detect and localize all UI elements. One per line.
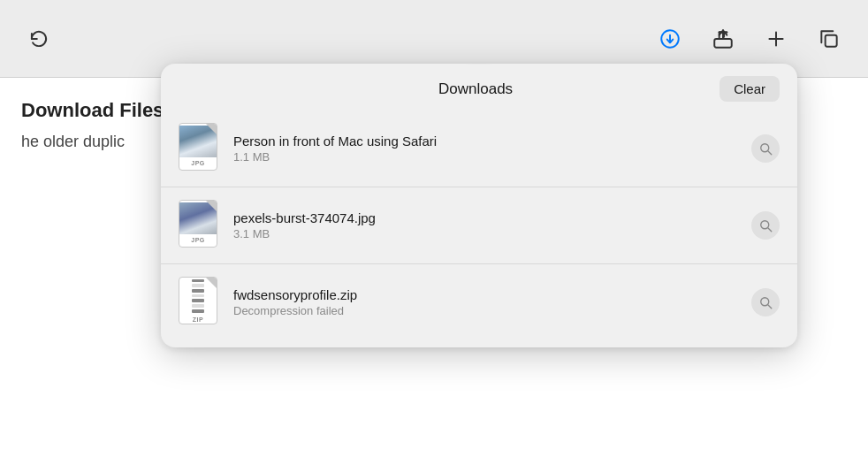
download-item: JPG pexels-burst-374074.jpg 3.1 MB: [161, 187, 797, 263]
svg-point-9: [761, 221, 769, 229]
popup-header: Downloads Clear: [161, 64, 797, 111]
svg-point-7: [761, 144, 769, 152]
svg-line-12: [768, 305, 772, 309]
file-icon-jpg-1: JPG: [179, 123, 221, 174]
file-meta-1: 1.1 MB: [233, 150, 739, 164]
file-info-1: Person in front of Mac using Safari 1.1 …: [233, 133, 739, 164]
refresh-button[interactable]: [21, 21, 57, 57]
svg-rect-6: [826, 34, 837, 46]
reveal-button-1[interactable]: [751, 134, 780, 163]
file-info-2: pexels-burst-374074.jpg 3.1 MB: [233, 210, 739, 240]
toolbar-right: [652, 21, 847, 57]
file-info-3: fwdsensoryprofile.zip Decompression fail…: [233, 287, 739, 317]
file-icon-zip: ZIP: [179, 277, 221, 328]
file-name-2: pexels-burst-374074.jpg: [233, 210, 739, 225]
svg-point-11: [761, 298, 769, 306]
downloads-list: JPG Person in front of Mac using Safari …: [161, 111, 797, 347]
file-name-3: fwdsensoryprofile.zip: [233, 287, 739, 302]
download-item: JPG Person in front of Mac using Safari …: [161, 111, 797, 187]
duplicate-tab-button[interactable]: [811, 21, 847, 57]
add-tab-button[interactable]: [758, 21, 794, 57]
file-meta-3: Decompression failed: [233, 304, 739, 317]
svg-line-10: [768, 228, 772, 232]
file-meta-2: 3.1 MB: [233, 227, 739, 240]
reveal-button-2[interactable]: [751, 211, 780, 240]
downloads-popup: Downloads Clear JPG Person in front of M…: [161, 64, 797, 347]
file-icon-jpg-2: JPG: [179, 200, 221, 251]
clear-button[interactable]: Clear: [720, 76, 780, 102]
popup-title: Downloads: [232, 80, 720, 98]
downloads-button[interactable]: [652, 21, 688, 57]
file-name-1: Person in front of Mac using Safari: [233, 133, 739, 149]
share-button[interactable]: [705, 21, 741, 57]
download-item: ZIP fwdsensoryprofile.zip Decompression …: [161, 263, 797, 340]
svg-line-8: [768, 151, 772, 155]
toolbar-left: [21, 21, 57, 57]
reveal-button-3[interactable]: [751, 288, 780, 316]
